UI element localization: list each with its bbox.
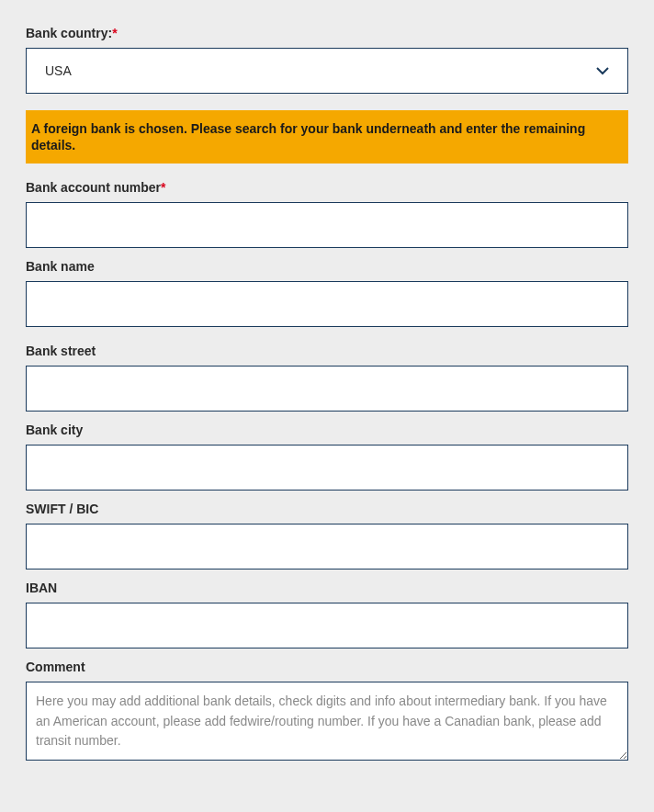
chevron-down-icon	[596, 64, 609, 77]
bank-city-input[interactable]	[26, 445, 628, 491]
bank-city-label: Bank city	[26, 423, 628, 437]
comment-label: Comment	[26, 660, 628, 674]
swift-bic-label: SWIFT / BIC	[26, 502, 628, 516]
comment-textarea[interactable]	[26, 682, 628, 761]
foreign-bank-alert: A foreign bank is chosen. Please search …	[26, 110, 628, 164]
bank-name-label: Bank name	[26, 259, 628, 274]
bank-street-input[interactable]	[26, 366, 628, 412]
swift-bic-input[interactable]	[26, 524, 628, 570]
bank-country-label-text: Bank country:	[26, 26, 112, 40]
iban-input[interactable]	[26, 603, 628, 648]
bank-account-number-input[interactable]	[26, 202, 628, 248]
bank-account-number-group: Bank account number*	[26, 180, 628, 248]
bank-account-number-label-text: Bank account number	[26, 180, 161, 195]
bank-account-number-label: Bank account number*	[26, 180, 628, 195]
bank-city-group: Bank city	[26, 423, 628, 491]
bank-country-label: Bank country:*	[26, 26, 628, 40]
bank-name-group: Bank name	[26, 259, 628, 327]
iban-label: IBAN	[26, 581, 628, 595]
bank-street-label: Bank street	[26, 344, 628, 358]
alert-message: A foreign bank is chosen. Please search …	[31, 121, 585, 152]
required-asterisk: *	[112, 26, 117, 40]
bank-country-group: Bank country:* USA	[26, 26, 628, 94]
bank-country-select[interactable]: USA	[26, 48, 628, 94]
bank-country-value: USA	[45, 63, 72, 78]
required-asterisk: *	[161, 180, 165, 195]
iban-group: IBAN	[26, 581, 628, 648]
swift-bic-group: SWIFT / BIC	[26, 502, 628, 570]
bank-name-input[interactable]	[26, 281, 628, 327]
bank-street-group: Bank street	[26, 344, 628, 412]
comment-group: Comment	[26, 660, 628, 764]
